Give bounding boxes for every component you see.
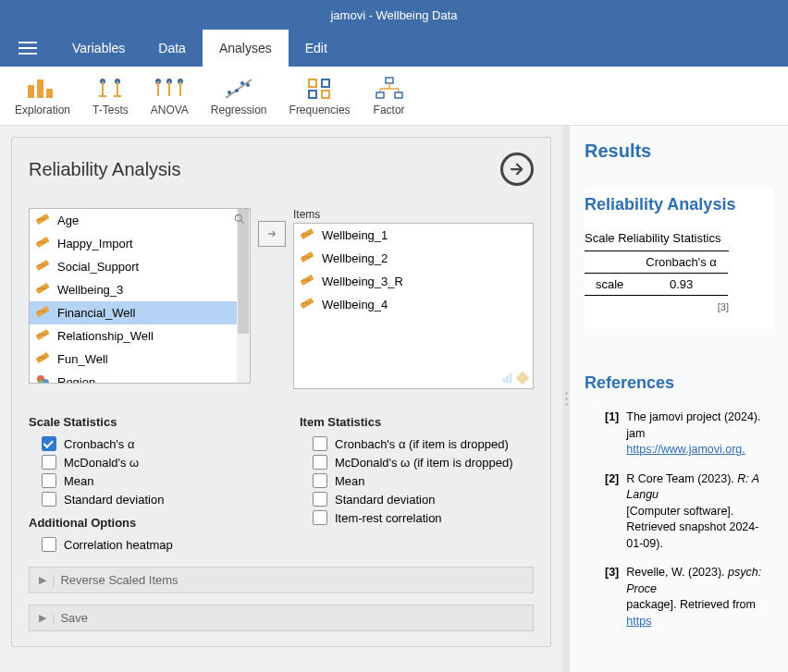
menu-data[interactable]: Data — [142, 30, 203, 67]
collapse-label: Save — [60, 611, 88, 625]
ribbon-anova[interactable]: ANOVA — [140, 72, 200, 120]
checkbox-label: Mean — [64, 474, 94, 488]
transfer-right-button[interactable] — [258, 221, 286, 247]
variable-name: Social_Support — [57, 260, 139, 274]
svg-rect-64 — [300, 228, 314, 239]
variable-item[interactable]: Wellbeing_3_R — [294, 270, 533, 293]
ribbon-ttests[interactable]: T-Tests — [81, 72, 140, 120]
variable-name: Wellbeing_4 — [322, 298, 388, 312]
ribbon-frequencies[interactable]: Frequencies — [278, 72, 362, 120]
bar-chart-icon — [26, 76, 59, 102]
svg-rect-45 — [35, 283, 49, 294]
ribbon-regression[interactable]: Regression — [200, 72, 278, 120]
checkbox-item-mcdonald[interactable] — [313, 455, 327, 470]
menu-analyses[interactable]: Analyses — [203, 30, 289, 67]
variable-item[interactable]: Happy_Import — [30, 232, 250, 255]
checkbox-item-mean[interactable] — [313, 473, 327, 488]
svg-line-32 — [241, 221, 244, 224]
splitter[interactable] — [562, 126, 570, 672]
svg-rect-41 — [35, 260, 49, 271]
checkbox-label: Cronbach's α — [64, 437, 134, 451]
checkbox-heatmap[interactable] — [42, 537, 56, 552]
results-panel: Results Reliability Analysis Scale Relia… — [570, 126, 788, 672]
stats-table: Cronbach's α scale0.93 — [585, 251, 728, 296]
checkbox-sd[interactable] — [42, 492, 56, 507]
variable-name: Age — [57, 214, 79, 227]
reference-number: [1] — [605, 409, 619, 458]
variable-type-icon — [35, 304, 52, 322]
hamburger-menu[interactable] — [0, 30, 55, 67]
menu-edit[interactable]: Edit — [289, 30, 344, 67]
variable-item[interactable]: Fun_Well — [30, 348, 250, 371]
checkbox-mcdonald[interactable] — [42, 455, 56, 470]
collapse-reverse-scaled[interactable]: ▶|Reverse Scaled Items — [29, 567, 534, 593]
app-title: jamovi - Wellbeing Data — [330, 8, 457, 22]
scrollbar[interactable] — [237, 209, 250, 383]
references-title: References — [585, 373, 773, 393]
checkbox-label: Mean — [335, 474, 365, 488]
reference-body: Revelle, W. (2023). psych: Procepackage]… — [626, 565, 773, 629]
checkbox-label: Standard deviation — [64, 493, 164, 507]
collapse-save[interactable]: ▶|Save — [29, 605, 534, 631]
variable-item[interactable]: Relationship_Well — [30, 324, 250, 348]
variable-item[interactable]: Age — [30, 209, 250, 232]
search-icon[interactable] — [233, 213, 246, 228]
reference-link[interactable]: https://www.jamovi.org. — [626, 443, 745, 456]
row-label: scale — [585, 274, 634, 296]
svg-point-16 — [228, 91, 231, 94]
reference-body: R Core Team (2023). R: A Langu[Computer … — [626, 471, 773, 553]
additional-title: Additional Options — [29, 516, 263, 530]
anova-icon — [153, 76, 186, 102]
svg-line-15 — [226, 79, 252, 98]
ribbon-factor[interactable]: Factor — [362, 72, 417, 120]
checkbox-item-irc[interactable] — [313, 510, 327, 525]
reference-number: [3] — [605, 565, 619, 629]
checkbox-item-sd[interactable] — [313, 492, 327, 507]
ruler-icon — [516, 372, 529, 385]
variable-item[interactable]: Region — [30, 371, 250, 384]
svg-point-31 — [235, 214, 241, 221]
svg-rect-0 — [28, 85, 34, 98]
chevron-right-icon: ▶ — [39, 574, 46, 586]
source-variable-list[interactable]: AgeHappy_ImportSocial_SupportWellbeing_3… — [29, 208, 251, 384]
variable-item[interactable]: Wellbeing_3 — [30, 278, 250, 301]
arrow-right-icon — [265, 228, 278, 239]
scale-stats-title: Scale Statistics — [29, 415, 263, 429]
variable-item[interactable]: Wellbeing_1 — [294, 224, 533, 247]
ribbon-label: Exploration — [15, 104, 70, 116]
chevron-right-icon: ▶ — [39, 612, 46, 624]
variable-name: Financial_Well — [57, 306, 135, 320]
svg-rect-68 — [300, 251, 314, 263]
checkbox-label: McDonald's ω (if item is dropped) — [335, 456, 513, 470]
variable-item[interactable]: Financial_Well — [30, 301, 250, 324]
variable-item[interactable]: Wellbeing_2 — [294, 247, 533, 270]
items-label: Items — [293, 208, 534, 221]
svg-rect-82 — [510, 373, 512, 384]
arrow-right-icon — [509, 161, 525, 177]
svg-rect-23 — [322, 91, 329, 98]
ribbon-exploration[interactable]: Exploration — [4, 72, 81, 120]
variable-type-icon — [35, 281, 52, 299]
ribbon-label: Regression — [211, 104, 267, 116]
target-variable-list[interactable]: Wellbeing_1Wellbeing_2Wellbeing_3_RWellb… — [293, 223, 534, 389]
svg-rect-20 — [309, 79, 316, 87]
analysis-card: Reliability Analysis AgeHappy_ImportSoci… — [11, 137, 551, 647]
variable-type-icon — [35, 212, 52, 229]
run-button[interactable] — [500, 153, 534, 186]
reference-link[interactable]: https — [626, 615, 651, 628]
ribbon-label: Frequencies — [289, 104, 351, 116]
variable-type-icon — [300, 250, 316, 267]
variable-item[interactable]: Wellbeing_4 — [294, 293, 533, 316]
menu-variables[interactable]: Variables — [55, 30, 142, 67]
checkbox-mean[interactable] — [42, 473, 56, 488]
variable-type-icon — [35, 373, 52, 384]
ribbon-label: Factor — [374, 104, 405, 116]
checkbox-label: McDonald's ω — [64, 456, 139, 470]
ribbon-label: T-Tests — [92, 104, 129, 116]
bars-icon — [501, 372, 514, 385]
variable-type-icon — [35, 350, 52, 368]
menu-bar: Variables Data Analyses Edit — [0, 30, 788, 67]
checkbox-item-cronbach[interactable] — [313, 436, 327, 451]
checkbox-cronbach[interactable] — [42, 436, 56, 451]
variable-item[interactable]: Social_Support — [30, 255, 250, 278]
